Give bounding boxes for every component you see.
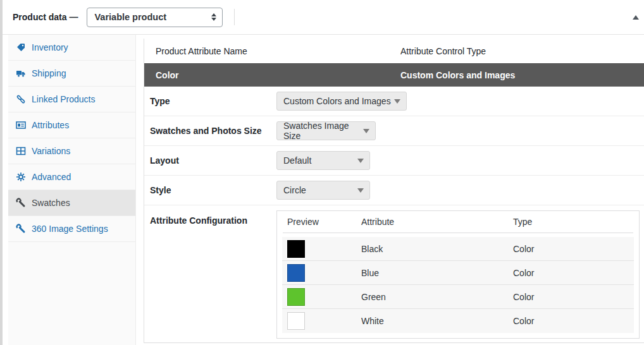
color-swatch bbox=[287, 312, 305, 330]
color-swatch bbox=[287, 240, 305, 258]
attributes-table-header: Product Attribute Name Attribute Control… bbox=[144, 39, 644, 63]
size-dropdown[interactable]: Swatches Image Size bbox=[276, 121, 376, 140]
grid-icon bbox=[15, 146, 26, 157]
sidebar-item-shipping[interactable]: Shipping bbox=[8, 61, 135, 87]
table-row[interactable]: White Color bbox=[282, 309, 634, 333]
color-swatch bbox=[287, 264, 305, 282]
sidebar-item-360-image-settings[interactable]: 360 Image Settings bbox=[8, 216, 135, 242]
gear-icon bbox=[15, 172, 26, 183]
layout-dropdown[interactable]: Default bbox=[276, 151, 370, 170]
type-setting-row: Type Custom Colors and Images bbox=[144, 87, 644, 116]
product-type-select-value: Variable product bbox=[94, 12, 166, 22]
table-row[interactable]: Green Color bbox=[282, 285, 634, 309]
table-row[interactable]: Blue Color bbox=[282, 261, 634, 285]
config-table-header: Preview Attribute Type bbox=[277, 211, 639, 233]
panel-collapse-arrow-icon[interactable] bbox=[633, 15, 639, 20]
sidebar-item-swatches[interactable]: Swatches bbox=[8, 190, 135, 216]
config-column-preview: Preview bbox=[287, 217, 361, 227]
product-type-select[interactable]: Variable product bbox=[87, 8, 223, 27]
size-dropdown-value: Swatches Image Size bbox=[283, 121, 363, 141]
product-data-panel: Product data — Variable product Inventor… bbox=[3, 0, 644, 345]
select-stepper-icon bbox=[211, 13, 216, 21]
sidebar-item-variations[interactable]: Variations bbox=[8, 138, 135, 164]
attribute-type: Color bbox=[513, 244, 634, 254]
style-dropdown[interactable]: Circle bbox=[276, 181, 370, 200]
sidebar-item-inventory[interactable]: Inventory bbox=[8, 35, 135, 61]
panel-body: Inventory Shipping Linked Products Attri… bbox=[3, 35, 644, 345]
attribute-type: Color bbox=[513, 268, 634, 278]
sidebar-item-label: Swatches bbox=[32, 198, 70, 208]
style-dropdown-value: Circle bbox=[283, 185, 306, 195]
attribute-configuration-label: Attribute Configuration bbox=[150, 215, 276, 226]
type-dropdown[interactable]: Custom Colors and Images bbox=[276, 92, 407, 111]
attribute-type: Color bbox=[513, 316, 634, 326]
sidebar-item-label: Shipping bbox=[32, 68, 66, 78]
truck-icon bbox=[15, 68, 26, 79]
active-attribute-name: Color bbox=[156, 70, 400, 80]
chevron-down-icon bbox=[357, 159, 364, 163]
tag-icon bbox=[15, 42, 26, 53]
sidebar-item-label: Linked Products bbox=[32, 94, 95, 104]
product-data-tabs: Inventory Shipping Linked Products Attri… bbox=[8, 35, 136, 345]
panel-title: Product data — bbox=[13, 12, 78, 22]
wrench-icon bbox=[15, 224, 26, 234]
sidebar-item-label: Attributes bbox=[32, 120, 69, 130]
sidebar-item-label: Inventory bbox=[32, 42, 68, 52]
config-column-attribute: Attribute bbox=[361, 217, 513, 227]
header-divider bbox=[234, 9, 235, 25]
sidebar-item-linked-products[interactable]: Linked Products bbox=[8, 87, 135, 112]
active-attribute-bar[interactable]: Color Custom Colors and Images bbox=[144, 63, 644, 87]
size-setting-row: Swatches and Photos Size Swatches Image … bbox=[144, 116, 644, 146]
chevron-down-icon bbox=[394, 99, 400, 104]
style-setting-row: Style Circle bbox=[144, 176, 644, 205]
type-label: Type bbox=[150, 96, 276, 106]
column-header-attribute-name: Product Attribute Name bbox=[156, 46, 400, 56]
active-attribute-control-type: Custom Colors and Images bbox=[400, 70, 644, 80]
style-label: Style bbox=[150, 185, 276, 195]
card-icon bbox=[15, 120, 26, 131]
sidebar-item-label: Advanced bbox=[32, 172, 71, 182]
sidebar-item-label: 360 Image Settings bbox=[32, 224, 108, 234]
config-table-body: Black Color Blue Color Green bbox=[277, 233, 639, 338]
attribute-name: White bbox=[361, 316, 513, 326]
color-swatch bbox=[287, 288, 305, 306]
layout-dropdown-value: Default bbox=[283, 155, 311, 166]
type-dropdown-value: Custom Colors and Images bbox=[283, 96, 391, 106]
attribute-name: Blue bbox=[361, 268, 513, 278]
size-label: Swatches and Photos Size bbox=[150, 126, 276, 136]
attribute-configuration-table: Preview Attribute Type Black Color bbox=[276, 210, 640, 339]
attribute-name: Green bbox=[361, 292, 513, 302]
config-column-type: Type bbox=[513, 217, 639, 227]
sidebar-item-advanced[interactable]: Advanced bbox=[8, 164, 135, 190]
link-icon bbox=[15, 94, 26, 105]
swatches-tab-content: Product Attribute Name Attribute Control… bbox=[136, 35, 644, 345]
sidebar-item-label: Variations bbox=[32, 146, 70, 156]
layout-setting-row: Layout Default bbox=[144, 146, 644, 176]
attributes-settings-area: Product Attribute Name Attribute Control… bbox=[144, 39, 644, 343]
sidebar-item-attributes[interactable]: Attributes bbox=[8, 112, 135, 138]
attribute-type: Color bbox=[513, 292, 634, 302]
chevron-down-icon bbox=[363, 129, 369, 133]
attribute-configuration-row: Attribute Configuration Preview Attribut… bbox=[144, 205, 644, 342]
wrench-icon bbox=[15, 198, 26, 209]
column-header-control-type: Attribute Control Type bbox=[400, 46, 644, 56]
panel-header: Product data — Variable product bbox=[3, 0, 644, 35]
attribute-name: Black bbox=[361, 244, 513, 254]
table-row[interactable]: Black Color bbox=[282, 237, 634, 261]
chevron-down-icon bbox=[357, 188, 364, 193]
layout-label: Layout bbox=[150, 155, 276, 166]
